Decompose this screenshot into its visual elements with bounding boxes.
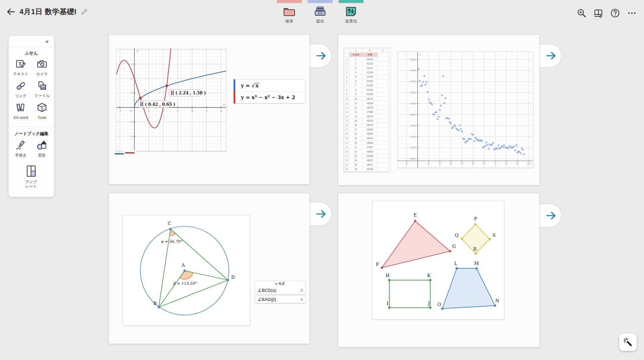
vertex-label-A: A: [181, 263, 185, 268]
sidebar-item-exword[interactable]: EX-word: [10, 102, 32, 120]
vertex-label-G: G: [452, 243, 456, 249]
toolbar-label: 保管: [277, 18, 302, 24]
sidebar-item-template[interactable]: テンプレート: [20, 165, 42, 189]
back-button[interactable]: [6, 7, 15, 16]
edit-title-button[interactable]: [81, 8, 88, 15]
zoom-button[interactable]: [575, 7, 588, 19]
link-icon: [15, 80, 27, 92]
sidebar: « ふせん T テキスト カメラ: [8, 35, 54, 197]
vertex-label-H: H: [386, 273, 390, 278]
vertex-label-J: J: [427, 301, 430, 306]
equation-color-bar: [234, 79, 235, 92]
circle-geometry-svg: C A B D α = 56.79° β = 113.59°: [123, 215, 250, 325]
equation-color-bar: [234, 91, 235, 103]
sidebar-item-link[interactable]: リンク: [10, 80, 32, 98]
sheet-letter-row: ABC: [344, 48, 388, 53]
svg-text:5: 5: [206, 109, 207, 113]
sidebar-item-file[interactable]: ファイル: [31, 80, 53, 98]
sidebar-item-camera[interactable]: カメラ: [31, 58, 53, 77]
sheet-data-row: 252548971: [344, 163, 388, 167]
sidebar-item-tools[interactable]: Tools: [31, 102, 53, 120]
legend-swatch-red[interactable]: [125, 152, 135, 153]
svg-text:42000: 42000: [410, 136, 416, 138]
vertex-label-P: P: [474, 216, 477, 221]
angle-settings-icon[interactable]: [300, 298, 303, 301]
tools-box-icon: [36, 102, 48, 114]
sheet-data-row: 6652994: [344, 79, 388, 83]
sidebar-item-shapes[interactable]: 図形: [31, 140, 53, 158]
sheet-data-row: 111148209: [344, 101, 388, 105]
angle-panel-header[interactable]: ▾ 角度: [255, 281, 305, 286]
svg-text:52000: 52000: [410, 80, 416, 83]
equation-text: y = x³ − x² − 3x + 2: [241, 94, 295, 100]
magic-wand-button[interactable]: [619, 333, 637, 351]
angle-row-bad[interactable]: ∠BAD(β): [255, 296, 305, 303]
arrow-right-icon: [545, 210, 557, 221]
sheet-table[interactable]: ABC大会回秒数11543162252141335114144513495551…: [344, 48, 388, 172]
magic-wand-icon: [623, 338, 633, 347]
svg-text:40: 40: [461, 162, 463, 165]
spreadsheet[interactable]: ABC大会回秒数11543162252141335114144513495551…: [344, 48, 390, 172]
angle-settings-icon[interactable]: [300, 289, 303, 292]
sidebar-item-label: カメラ: [31, 72, 53, 77]
note-card-statistics[interactable]: ABC大会回秒数11543162252141335114144513495551…: [338, 35, 540, 185]
vertex-label-I: I: [387, 301, 388, 306]
svg-text:48000: 48000: [410, 102, 416, 105]
vertex-label-R: R: [473, 246, 477, 252]
vertex-label-Q: Q: [455, 232, 458, 238]
toolbar-label: 提出: [308, 18, 333, 24]
vertex-label-L: L: [454, 261, 457, 266]
geometry-figure[interactable]: C A B D α = 56.79° β = 113.59°: [122, 215, 250, 326]
scatter-plot-svg: -101020304050607080901003800040000420004…: [398, 52, 533, 168]
intersection-point[interactable]: [165, 85, 168, 87]
scatter-plot[interactable]: -101020304050607080901003800040000420004…: [397, 51, 533, 168]
sheet-data-row: 3351141: [344, 66, 388, 70]
sidebar-item-text[interactable]: T テキスト: [10, 58, 32, 77]
sidebar-item-label: ファイル: [31, 94, 53, 98]
svg-text:-1: -1: [118, 109, 121, 113]
dictionary-books-icon: [15, 102, 27, 114]
presentation-button[interactable]: [592, 7, 605, 19]
toolbar-button-send-receive[interactable]: 送受信: [339, 0, 363, 24]
svg-text:10: 10: [428, 162, 430, 165]
vertex-label-C: C: [168, 221, 171, 226]
note-card-circle-geometry[interactable]: C A B D α = 56.79° β = 113.59° ▾ 角度 ∠BCD…: [109, 193, 310, 344]
text-note-icon: T: [15, 58, 27, 70]
sheet-data-row: 2252141: [344, 61, 388, 66]
toolbar-label: 送受信: [339, 18, 363, 24]
sheet-data-row: 8851932: [344, 88, 388, 92]
graph-grid: [116, 48, 226, 151]
equation-row-sqrt[interactable]: y = √x: [234, 79, 305, 92]
intersection-point[interactable]: [139, 97, 142, 99]
header-title-group: 4月1日 数学基礎I: [6, 7, 88, 16]
angle-row-bcd[interactable]: ∠BCD(α): [255, 286, 305, 294]
send-receive-color-tab: [339, 0, 363, 3]
note-card-function-graph[interactable]: -1123456-2-1123Oxy( 0.42 , 0.65 )( 2.24 …: [109, 35, 310, 184]
svg-text:( 2.24 , 1.50 ): ( 2.24 , 1.50 ): [176, 91, 206, 95]
help-button[interactable]: [609, 7, 622, 19]
angle-panel-box: ∠BAD(β): [255, 296, 306, 303]
open-book-icon: [593, 8, 603, 18]
back-arrow-icon: [6, 7, 15, 16]
toolbar-button-submit[interactable]: 提出: [308, 0, 333, 24]
more-button[interactable]: [626, 7, 638, 19]
function-graph-plot[interactable]: -1123456-2-1123Oxy( 0.42 , 0.65 )( 2.24 …: [116, 48, 227, 151]
svg-text:4: 4: [191, 109, 193, 113]
zoom-in-icon: [577, 8, 587, 18]
toolbar-button-storage[interactable]: 保管: [277, 0, 302, 24]
scatter-points: [418, 68, 525, 155]
sheet-data-row: 232352968: [344, 154, 388, 158]
point-coordinate-label: ( 0.42 , 0.65 ): [138, 101, 175, 107]
sheet-data-row: 5551920: [344, 75, 388, 79]
sidebar-collapse-button[interactable]: «: [43, 37, 51, 46]
sidebar-item-handdraw[interactable]: 手描き: [10, 140, 32, 158]
sheet-header-row: 大会回秒数: [344, 53, 388, 57]
template-icon: [26, 165, 37, 178]
pencil-icon: [81, 8, 88, 15]
svg-text:50000: 50000: [410, 91, 416, 94]
equation-text: y = √x: [241, 83, 259, 89]
polygons-figure[interactable]: E G F P Q S R H K I J: [372, 201, 504, 320]
note-card-polygons[interactable]: E G F P Q S R H K I J: [338, 193, 540, 347]
equation-row-cubic[interactable]: y = x³ − x² − 3x + 2: [234, 91, 305, 103]
svg-text:38000: 38000: [410, 158, 416, 160]
